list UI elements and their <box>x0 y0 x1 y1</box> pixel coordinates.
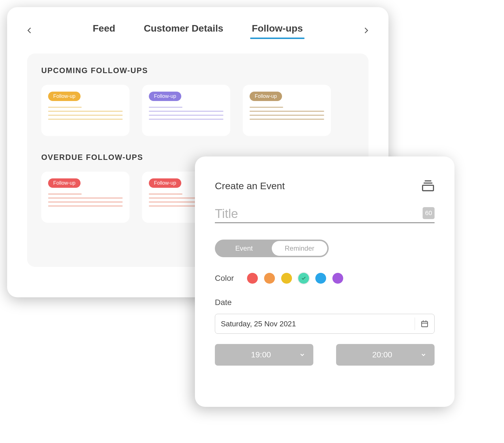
color-option-orange[interactable] <box>264 273 275 284</box>
tabs: Feed Customer Details Follow-ups <box>93 23 303 38</box>
tab-customer-details[interactable]: Customer Details <box>144 23 223 38</box>
followup-badge: Follow-up <box>149 92 181 101</box>
end-time-value: 20:00 <box>344 350 420 359</box>
followup-badge: Follow-up <box>250 92 282 101</box>
check-icon <box>301 276 306 281</box>
tab-followups[interactable]: Follow-ups <box>252 23 303 38</box>
start-time-value: 19:00 <box>223 350 299 359</box>
followup-badge: Follow-up <box>48 92 81 101</box>
svg-rect-3 <box>422 322 428 327</box>
color-option-red[interactable] <box>247 273 258 284</box>
calendar-icon <box>421 320 429 328</box>
event-type-toggle[interactable]: Event Reminder <box>215 240 329 257</box>
card-placeholder-lines <box>149 107 223 120</box>
svg-rect-2 <box>423 185 433 191</box>
color-option-purple[interactable] <box>332 273 343 284</box>
card-placeholder-lines <box>250 107 324 120</box>
followup-card[interactable]: Follow-up <box>142 85 230 136</box>
followup-badge: Follow-up <box>48 178 81 188</box>
color-option-teal[interactable] <box>298 273 309 284</box>
date-value: Saturday, 25 Nov 2021 <box>221 320 415 328</box>
start-time-select[interactable]: 19:00 <box>215 344 313 366</box>
followup-card[interactable]: Follow-up <box>41 172 129 223</box>
followup-card[interactable]: Follow-up <box>41 85 129 136</box>
char-count-badge: 60 <box>423 207 435 219</box>
upcoming-cards-row: Follow-up Follow-up Follow-up <box>41 85 354 136</box>
create-event-heading: Create an Event <box>215 180 285 191</box>
chevron-down-icon <box>420 352 427 358</box>
upcoming-section-header: UPCOMING FOLLOW-UPS <box>41 66 354 75</box>
color-option-blue[interactable] <box>315 273 326 284</box>
event-header-row: Create an Event <box>215 179 435 192</box>
segment-reminder[interactable]: Reminder <box>272 241 327 256</box>
create-event-panel: Create an Event 60 Event Reminder Color … <box>195 156 454 407</box>
chevron-right-icon[interactable] <box>361 25 371 36</box>
segment-event[interactable]: Event <box>216 241 272 256</box>
tabs-row: Feed Customer Details Follow-ups <box>7 7 388 38</box>
title-input-row: 60 <box>215 207 435 223</box>
color-label: Color <box>215 274 234 283</box>
event-title-input[interactable] <box>215 207 423 221</box>
date-label: Date <box>215 298 428 307</box>
chevron-left-icon[interactable] <box>24 25 34 36</box>
card-placeholder-lines <box>48 193 123 207</box>
tab-feed[interactable]: Feed <box>93 23 115 38</box>
color-option-yellow[interactable] <box>281 273 292 284</box>
end-time-select[interactable]: 20:00 <box>336 344 435 366</box>
color-row: Color <box>215 273 435 284</box>
chevron-down-icon <box>299 352 305 358</box>
time-row: 19:00 20:00 <box>215 344 435 366</box>
followup-badge: Follow-up <box>149 178 181 188</box>
card-placeholder-lines <box>48 107 123 120</box>
date-picker[interactable]: Saturday, 25 Nov 2021 <box>215 314 435 334</box>
followup-card[interactable]: Follow-up <box>243 85 331 136</box>
stack-icon[interactable] <box>421 179 435 192</box>
date-icon-wrap <box>415 318 429 330</box>
